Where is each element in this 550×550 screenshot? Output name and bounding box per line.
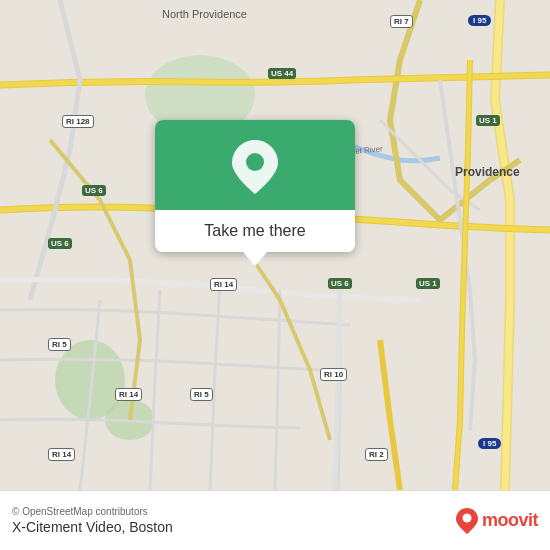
moovit-text: moovit <box>482 510 538 531</box>
svg-point-5 <box>462 513 471 522</box>
svg-point-4 <box>246 153 264 171</box>
us44-badge: US 44 <box>268 68 296 79</box>
ri7-badge: RI 7 <box>390 15 413 28</box>
providence-label: Providence <box>455 165 520 179</box>
ri14-center-badge: RI 14 <box>210 278 237 291</box>
us1-center-badge: US 1 <box>416 278 440 289</box>
i95-top-badge: I 95 <box>468 15 491 26</box>
map-container: North Providence Providence Woonasquatuc… <box>0 0 550 490</box>
us6-center-badge: US 6 <box>328 278 352 289</box>
north-providence-label: North Providence <box>162 8 247 21</box>
attribution-text: © OpenStreetMap contributors <box>12 506 173 517</box>
popup-green-area <box>155 120 355 210</box>
us1-top-badge: US 1 <box>476 115 500 126</box>
ri10-badge: RI 10 <box>320 368 347 381</box>
moovit-logo: moovit <box>456 508 538 534</box>
us6-left-badge: US 6 <box>82 185 106 196</box>
popup-card: Take me there <box>155 120 355 252</box>
ri2-badge: RI 2 <box>365 448 388 461</box>
bottom-bar: © OpenStreetMap contributors X-Citement … <box>0 490 550 550</box>
ri128-badge: RI 128 <box>62 115 94 128</box>
moovit-pin-icon <box>456 508 478 534</box>
take-me-there-button[interactable]: Take me there <box>204 222 305 240</box>
i95-bottom-badge: I 95 <box>478 438 501 449</box>
location-pin-icon <box>232 140 278 194</box>
popup-button-area: Take me there <box>155 210 355 252</box>
ri14-bottom-badge: RI 14 <box>48 448 75 461</box>
ri5-left-badge: RI 5 <box>48 338 71 351</box>
ri5-center-badge: RI 5 <box>190 388 213 401</box>
us6-left2-badge: US 6 <box>48 238 72 249</box>
location-name: X-Citement Video, Boston <box>12 519 173 535</box>
ri14-left-badge: RI 14 <box>115 388 142 401</box>
popup-pointer <box>243 252 267 266</box>
bottom-left-info: © OpenStreetMap contributors X-Citement … <box>12 506 173 535</box>
